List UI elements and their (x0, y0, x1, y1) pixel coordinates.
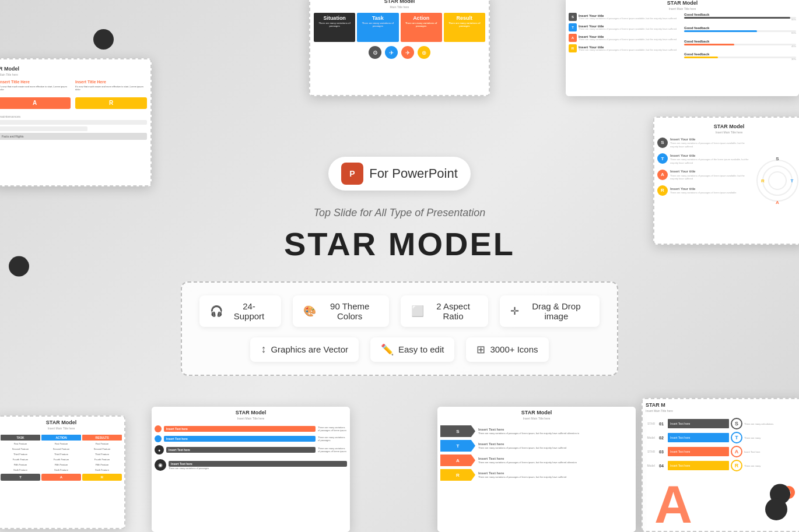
svg-text:P: P (350, 169, 355, 178)
slide-thumb-bot-center-right: STAR Model Insert Main Title here S Inse… (437, 407, 636, 532)
star-block-t: Task There are many variations of passag… (357, 13, 398, 42)
progress-a: A Insert Your title There are many varia… (569, 34, 681, 42)
features-row-1: 🎧 24-Support 🎨 90 Theme Colors ⬜ 2 Aspec… (199, 295, 600, 327)
deco-circle-bottom-right (765, 498, 787, 520)
slide-title-left-top: R Model (0, 63, 147, 73)
hero-subtitle: Top Slide for All Type of Presentation (181, 207, 618, 219)
feature-label-colors: 90 Theme Colors (321, 301, 379, 321)
feature-vector: ↕ Graphics are Vector (250, 337, 359, 362)
svg-point-1 (763, 166, 792, 195)
features-box: 🎧 24-Support 🎨 90 Theme Colors ⬜ 2 Aspec… (181, 281, 618, 376)
feature-icons: ⊞ 3000+ Icons (466, 337, 548, 362)
progress-s: S Insert Your title There are many varia… (569, 13, 681, 21)
feature-24-support: 🎧 24-Support (199, 295, 281, 327)
svg-text:S: S (776, 156, 779, 161)
svg-text:R: R (761, 178, 765, 184)
slide-subtitle-bot-center-right: Insert Main Title here (437, 417, 636, 420)
ppt-label: For PowerPoint (369, 166, 458, 181)
slide-title-left-bot: STAR Model (0, 417, 124, 427)
svg-point-2 (769, 172, 786, 189)
features-row-2: ↕ Graphics are Vector ✏️ Easy to edit ⊞ … (199, 337, 600, 362)
aspect-ratio-icon: ⬜ (411, 305, 424, 318)
star-block-s: Situation There are many variations of p… (314, 13, 355, 42)
ppt-icon: P (341, 163, 363, 185)
slide-subtitle-left-bot: Insert Main Title here (0, 427, 124, 430)
feature-label-support: 24-Support (227, 301, 271, 321)
slide-title-top-right: STAR Model (569, 0, 796, 7)
progress-r: R Insert Your title There are many varia… (569, 44, 681, 52)
slide-thumb-left-top: R Model Main Title here Insert Title Her… (0, 58, 152, 186)
slide-thumb-top-right: STAR Model Insert Main Title here S Inse… (566, 0, 799, 96)
svg-text:A: A (776, 200, 779, 205)
feature-label-drag: Drag & Drop image (524, 301, 589, 321)
slide-thumb-bot-center-left: STAR Model Insert Main Title here Insert… (152, 407, 350, 532)
slide-subtitle-right-bot: Insert Main Title here (643, 409, 799, 413)
theme-colors-icon: 🎨 (303, 305, 316, 318)
vector-icon: ↕ (261, 343, 266, 355)
slide-title-bot-center-right: STAR Model (437, 407, 636, 417)
slide-subtitle-bot-center-left: Insert Main Title here (152, 417, 350, 420)
slide-thumb-right-mid: STAR Model Insert Main Title here S Inse… (653, 117, 799, 245)
feature-edit: ✏️ Easy to edit (370, 337, 454, 362)
feature-theme-colors: 🎨 90 Theme Colors (293, 295, 389, 327)
slide-title-top-center: STAR Model (310, 0, 489, 5)
scroll-left[interactable] (9, 256, 29, 276)
hero-title: STAR MODEL (181, 225, 618, 263)
edit-icon: ✏️ (381, 343, 394, 356)
powerpoint-badge: P For PowerPoint (328, 157, 471, 191)
feature-label-vector: Graphics are Vector (271, 344, 348, 354)
slide-subtitle-right-mid: Insert Main Title here (657, 131, 799, 134)
star-block-r: Result There are many variations of pass… (444, 13, 485, 42)
slide-title-right-mid: STAR Model (657, 121, 799, 131)
slide-subtitle-top-right: Insert Main Title here (569, 7, 796, 10)
slide-thumb-left-bot: STAR Model Insert Main Title here TASK A… (0, 415, 125, 529)
large-a-decoration: A (654, 478, 692, 531)
drag-drop-icon: ✛ (510, 305, 519, 318)
slide-thumb-top-center: STAR Model Main Title here Situation The… (309, 0, 490, 96)
support-icon: 🎧 (210, 305, 223, 318)
icons-icon: ⊞ (476, 343, 485, 356)
slide-title-bot-center-left: STAR Model (152, 407, 350, 417)
center-panel: P For PowerPoint Top Slide for All Type … (181, 157, 618, 376)
slide-subtitle-left-top: Main Title here (0, 73, 147, 76)
progress-t: T Insert Your title There are many varia… (569, 23, 681, 31)
feature-drag-drop: ✛ Drag & Drop image (500, 295, 600, 327)
feature-label-aspect: 2 Aspect Ratio (429, 301, 477, 321)
star-block-a: Action There are many variations of pass… (401, 13, 442, 42)
feature-aspect-ratio: ⬜ 2 Aspect Ratio (401, 295, 488, 327)
slide-subtitle-top-center: Main Title here (310, 5, 489, 9)
svg-text:T: T (791, 178, 794, 184)
slide-title-right-bot: STAR M (643, 399, 799, 409)
feature-label-edit: Easy to edit (398, 344, 444, 354)
deco-circle-top-left (93, 29, 114, 50)
feature-label-icons: 3000+ Icons (490, 344, 538, 354)
